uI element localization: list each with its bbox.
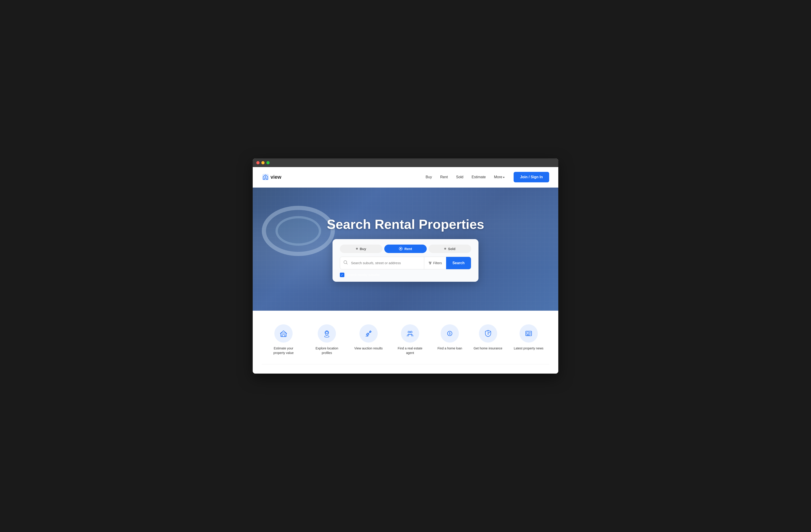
insurance-label: Get home insurance xyxy=(474,346,502,351)
svg-point-7 xyxy=(430,264,430,264)
home-loan-circle: $ xyxy=(441,324,459,343)
quick-link-agent[interactable]: Find a real estate agent xyxy=(394,324,426,355)
svg-point-3 xyxy=(400,248,401,249)
tab-buy-dot xyxy=(356,248,358,250)
svg-rect-22 xyxy=(526,332,529,334)
news-circle xyxy=(520,324,538,343)
search-input[interactable] xyxy=(351,257,424,268)
nav-links: Buy Rent Sold Estimate More xyxy=(426,175,504,179)
quick-link-auction[interactable]: View auction results xyxy=(354,324,383,351)
filters-label: Filters xyxy=(433,261,442,265)
nav-rent[interactable]: Rent xyxy=(440,175,448,179)
nav-more[interactable]: More xyxy=(494,175,504,179)
chevron-down-icon xyxy=(503,175,504,179)
svg-text:$: $ xyxy=(449,332,451,335)
svg-text:+: + xyxy=(488,331,489,333)
search-tabs: Buy Rent Sold xyxy=(340,245,471,253)
nav-buy[interactable]: Buy xyxy=(426,175,432,179)
search-card: Buy Rent Sold xyxy=(333,239,478,282)
bottom-divider xyxy=(262,364,549,364)
logo-text: view xyxy=(271,174,281,180)
nearby-row: ✓ Search nearby suburbs xyxy=(340,272,471,277)
navbar: view Buy Rent Sold Estimate More Join / … xyxy=(253,167,558,188)
quick-link-estimate[interactable]: Estimate your property value xyxy=(267,324,300,355)
search-row: Filters Search xyxy=(340,257,471,269)
nav-sold[interactable]: Sold xyxy=(456,175,463,179)
svg-point-14 xyxy=(408,331,410,333)
filters-button[interactable]: Filters xyxy=(424,257,446,269)
nearby-checkbox[interactable]: ✓ xyxy=(340,272,345,277)
logo[interactable]: view xyxy=(262,173,281,181)
quick-link-home-loan[interactable]: $ Find a home loan xyxy=(438,324,462,351)
home-loan-icon: $ xyxy=(446,329,454,338)
magnifier-icon xyxy=(343,260,348,265)
nearby-label: Search nearby suburbs xyxy=(347,273,380,277)
home-loan-label: Find a home loan xyxy=(438,346,462,351)
svg-point-6 xyxy=(430,263,431,263)
svg-point-1 xyxy=(265,176,266,177)
bottom-section: Estimate your property value Explore loc… xyxy=(253,311,558,374)
browser-window: view Buy Rent Sold Estimate More Join / … xyxy=(253,158,558,374)
insurance-icon: $ + xyxy=(484,329,492,338)
hero-section: Search Rental Properties Buy Rent xyxy=(253,188,558,311)
quick-link-location[interactable]: Explore location profiles xyxy=(311,324,343,355)
svg-rect-9 xyxy=(282,334,285,337)
news-label: Latest property news xyxy=(514,346,544,351)
location-label: Explore location profiles xyxy=(311,346,343,355)
estimate-label: Estimate your property value xyxy=(267,346,300,355)
radio-icon xyxy=(399,247,402,250)
nav-estimate[interactable]: Estimate xyxy=(472,175,486,179)
insurance-circle: $ + xyxy=(479,324,497,343)
close-button-icon[interactable] xyxy=(256,161,260,165)
auction-icon xyxy=(365,329,373,338)
tab-buy[interactable]: Buy xyxy=(340,245,382,253)
location-icon xyxy=(323,329,331,338)
agent-icon xyxy=(406,329,414,338)
auction-label: View auction results xyxy=(354,346,383,351)
svg-point-5 xyxy=(429,262,430,262)
hero-title: Search Rental Properties xyxy=(327,217,484,232)
logo-icon xyxy=(262,173,269,181)
quick-link-news[interactable]: Latest property news xyxy=(514,324,544,351)
auction-circle xyxy=(359,324,378,343)
hero-content: Search Rental Properties Buy Rent xyxy=(253,217,558,282)
maximize-button-icon[interactable] xyxy=(266,161,270,165)
quick-link-insurance[interactable]: $ + Get home insurance xyxy=(474,324,502,351)
estimate-circle xyxy=(274,324,293,343)
search-icon xyxy=(340,260,351,266)
news-icon xyxy=(524,329,533,338)
agent-label: Find a real estate agent xyxy=(394,346,426,355)
minimize-button-icon[interactable] xyxy=(261,161,264,165)
quick-links: Estimate your property value Explore loc… xyxy=(262,324,549,355)
house-estimate-icon xyxy=(279,329,288,338)
tab-rent[interactable]: Rent xyxy=(384,245,427,253)
browser-chrome xyxy=(253,158,558,167)
svg-point-15 xyxy=(410,331,412,333)
search-button[interactable]: Search xyxy=(446,257,471,269)
join-signin-button[interactable]: Join / Sign In xyxy=(514,172,549,182)
agent-circle xyxy=(401,324,419,343)
location-circle xyxy=(318,324,336,343)
filters-icon xyxy=(428,261,432,265)
tab-sold[interactable]: Sold xyxy=(429,245,471,253)
tab-sold-dot xyxy=(444,248,446,250)
